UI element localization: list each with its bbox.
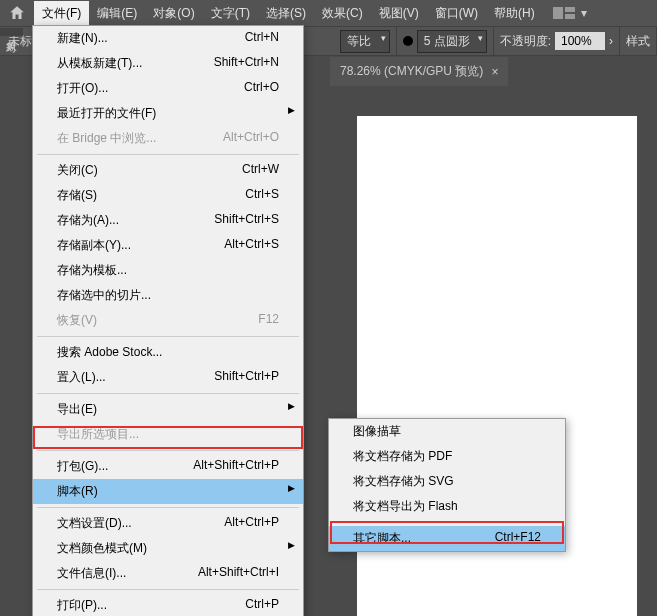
scripts-submenu: 图像描草将文档存储为 PDF将文档存储为 SVG将文档导出为 Flash其它脚本… xyxy=(328,418,566,552)
menu-item-label: 存储选中的切片... xyxy=(57,287,151,304)
menu-item-label: 文件信息(I)... xyxy=(57,565,126,582)
menu-shortcut: Shift+Ctrl+S xyxy=(214,212,279,229)
menu-item[interactable]: 脚本(R)▶ xyxy=(33,479,303,504)
submenu-arrow-icon: ▶ xyxy=(288,540,295,550)
menu-item[interactable]: 编辑(E) xyxy=(89,1,145,26)
menu-item-label: 导出所选项目... xyxy=(57,426,139,443)
menu-item[interactable]: 从模板新建(T)...Shift+Ctrl+N xyxy=(33,51,303,76)
menu-item-label: 恢复(V) xyxy=(57,312,97,329)
menu-item[interactable]: 帮助(H) xyxy=(486,1,543,26)
opacity-field[interactable]: 100% xyxy=(555,32,605,50)
menu-item[interactable]: 搜索 Adobe Stock... xyxy=(33,340,303,365)
submenu-arrow-icon: ▶ xyxy=(288,401,295,411)
menu-shortcut: Ctrl+O xyxy=(244,80,279,97)
menu-separator xyxy=(333,522,561,523)
menu-item-label: 关闭(C) xyxy=(57,162,98,179)
menu-item[interactable]: 导出(E)▶ xyxy=(33,397,303,422)
tab-title: 78.26% (CMYK/GPU 预览) xyxy=(340,63,483,80)
menu-item[interactable]: 打印(P)...Ctrl+P xyxy=(33,593,303,616)
menu-shortcut: Ctrl+P xyxy=(245,597,279,614)
menu-item-label: 置入(L)... xyxy=(57,369,106,386)
close-icon[interactable]: × xyxy=(491,65,498,79)
menu-shortcut: F12 xyxy=(258,312,279,329)
menu-item-label: 打包(G)... xyxy=(57,458,108,475)
menu-shortcut: Ctrl+F12 xyxy=(495,530,541,547)
menu-item[interactable]: 效果(C) xyxy=(314,1,371,26)
stroke-preview[interactable]: 5 点圆形 xyxy=(397,27,494,55)
menu-item-label: 其它脚本... xyxy=(353,530,411,547)
menu-item-label: 图像描草 xyxy=(353,423,401,440)
menu-shortcut: Alt+Ctrl+S xyxy=(224,237,279,254)
menu-item[interactable]: 对象(O) xyxy=(145,1,202,26)
menu-item-label: 文档设置(D)... xyxy=(57,515,132,532)
menu-separator xyxy=(37,589,299,590)
style-label: 样式 xyxy=(626,33,650,50)
menu-item[interactable]: 图像描草 xyxy=(329,419,565,444)
menu-item-label: 文档颜色模式(M) xyxy=(57,540,147,557)
menu-item-label: 脚本(R) xyxy=(57,483,98,500)
menu-shortcut: Shift+Ctrl+P xyxy=(214,369,279,386)
menu-item-label: 从模板新建(T)... xyxy=(57,55,142,72)
submenu-arrow-icon: ▶ xyxy=(288,483,295,493)
menu-shortcut: Ctrl+S xyxy=(245,187,279,204)
document-tab[interactable]: 78.26% (CMYK/GPU 预览) × xyxy=(330,57,508,86)
menu-item-label: 导出(E) xyxy=(57,401,97,418)
menu-item[interactable]: 存储为(A)...Shift+Ctrl+S xyxy=(33,208,303,233)
menu-item[interactable]: 置入(L)...Shift+Ctrl+P xyxy=(33,365,303,390)
menu-item[interactable]: 将文档存储为 SVG xyxy=(329,469,565,494)
menu-item[interactable]: 将文档导出为 Flash xyxy=(329,494,565,519)
side-panel-label[interactable]: 对象 xyxy=(0,28,23,36)
menu-item-label: 搜索 Adobe Stock... xyxy=(57,344,162,361)
menu-item[interactable]: 打开(O)...Ctrl+O xyxy=(33,76,303,101)
menu-item: 在 Bridge 中浏览...Alt+Ctrl+O xyxy=(33,126,303,151)
menu-separator xyxy=(37,450,299,451)
menu-item-label: 最近打开的文件(F) xyxy=(57,105,156,122)
menu-shortcut: Alt+Ctrl+O xyxy=(223,130,279,147)
uniform-dropdown[interactable]: 等比 xyxy=(340,30,390,53)
menu-item[interactable]: 存储为模板... xyxy=(33,258,303,283)
arrange-dropdown-icon[interactable]: ▾ xyxy=(581,6,587,20)
svg-rect-0 xyxy=(553,7,563,19)
menu-item[interactable]: 文件(F) xyxy=(34,1,89,26)
menu-item[interactable]: 将文档存储为 PDF xyxy=(329,444,565,469)
menu-shortcut: Shift+Ctrl+N xyxy=(214,55,279,72)
menu-item-label: 将文档存储为 SVG xyxy=(353,473,454,490)
menubar: 文件(F)编辑(E)对象(O)文字(T)选择(S)效果(C)视图(V)窗口(W)… xyxy=(0,0,657,26)
arrange-windows-icon[interactable] xyxy=(553,5,577,21)
menu-item[interactable]: 文档设置(D)...Alt+Ctrl+P xyxy=(33,511,303,536)
menu-item-label: 新建(N)... xyxy=(57,30,108,47)
menu-item-label: 将文档存储为 PDF xyxy=(353,448,452,465)
menu-item[interactable]: 存储选中的切片... xyxy=(33,283,303,308)
menu-item[interactable]: 存储副本(Y)...Alt+Ctrl+S xyxy=(33,233,303,258)
menu-item[interactable]: 文字(T) xyxy=(203,1,258,26)
menu-item-label: 打印(P)... xyxy=(57,597,107,614)
menu-item[interactable]: 文档颜色模式(M)▶ xyxy=(33,536,303,561)
menu-shortcut: Alt+Ctrl+P xyxy=(224,515,279,532)
menu-separator xyxy=(37,507,299,508)
menu-item-label: 在 Bridge 中浏览... xyxy=(57,130,156,147)
menu-item[interactable]: 其它脚本...Ctrl+F12 xyxy=(329,526,565,551)
menu-item[interactable]: 视图(V) xyxy=(371,1,427,26)
home-icon[interactable] xyxy=(8,4,26,22)
menu-separator xyxy=(37,154,299,155)
opacity-arrow-icon[interactable]: › xyxy=(609,34,613,48)
menu-item-label: 打开(O)... xyxy=(57,80,108,97)
menu-item: 导出所选项目... xyxy=(33,422,303,447)
svg-rect-2 xyxy=(565,14,575,19)
svg-rect-1 xyxy=(565,7,575,12)
menu-item[interactable]: 窗口(W) xyxy=(427,1,486,26)
menu-item-label: 将文档导出为 Flash xyxy=(353,498,458,515)
menu-item[interactable]: 新建(N)...Ctrl+N xyxy=(33,26,303,51)
menu-item-label: 存储为模板... xyxy=(57,262,127,279)
menu-item[interactable]: 选择(S) xyxy=(258,1,314,26)
menu-separator xyxy=(37,393,299,394)
menu-item[interactable]: 文件信息(I)...Alt+Shift+Ctrl+I xyxy=(33,561,303,586)
menu-item-label: 存储(S) xyxy=(57,187,97,204)
menu-item-label: 存储为(A)... xyxy=(57,212,119,229)
menu-item[interactable]: 最近打开的文件(F)▶ xyxy=(33,101,303,126)
menu-item[interactable]: 存储(S)Ctrl+S xyxy=(33,183,303,208)
menu-item[interactable]: 关闭(C)Ctrl+W xyxy=(33,158,303,183)
menu-item[interactable]: 打包(G)...Alt+Shift+Ctrl+P xyxy=(33,454,303,479)
stroke-dropdown[interactable]: 5 点圆形 xyxy=(417,30,487,53)
file-menu: 新建(N)...Ctrl+N从模板新建(T)...Shift+Ctrl+N打开(… xyxy=(32,25,304,616)
